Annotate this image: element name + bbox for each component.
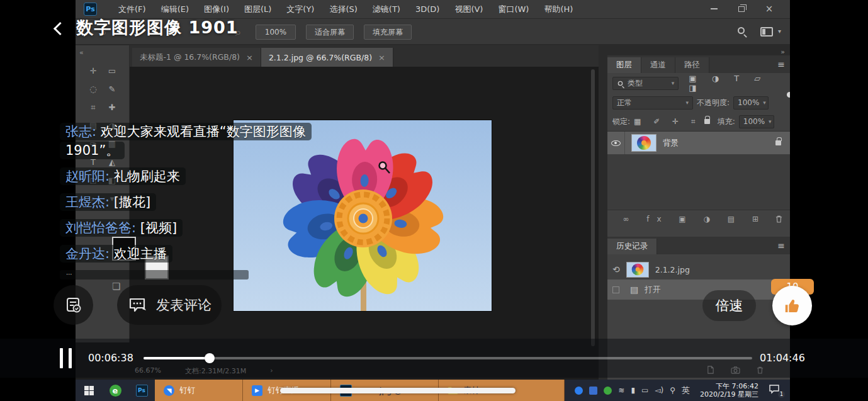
tab-212-jpg[interactable]: 2.1.2.jpg @ 66.7%(RGB/8) × (261, 48, 393, 67)
fill-select[interactable]: 100% ▾ (739, 115, 774, 128)
chat-text: 礼物刷起来 (114, 169, 180, 184)
chat-username[interactable]: 金丹达: (65, 246, 110, 261)
history-item-label: 打开 (645, 285, 660, 295)
chat-text: [撒花] (114, 195, 150, 210)
history-step-open[interactable]: ▤ 打开 (607, 280, 790, 300)
chat-text: 欢迎大家来观看直播“数字图形图像 1901”。 (65, 124, 306, 158)
dingtalk-live-icon: ▶ (252, 385, 262, 396)
history-brush-icon[interactable]: ⟲ (612, 264, 620, 274)
layers-panel: 图层 通道 路径 ≡ 类型 ▾ ▣ ◑ T ▱ ◨ 正常 ▾ 不透明度: (607, 55, 790, 239)
tray-phone-icon[interactable]: ▮ (631, 386, 635, 395)
layer-filter-type-icons[interactable]: ▣ ◑ T ▱ ◨ (689, 74, 785, 93)
tab-history[interactable]: 历史记录 (607, 239, 657, 254)
like-button[interactable] (772, 286, 812, 325)
chat-username[interactable]: 刘恺怡爸爸: (65, 220, 136, 235)
layer-visibility-toggle[interactable] (607, 132, 625, 154)
layer-lock-icon (775, 140, 781, 145)
fit-screen-button[interactable]: 适合屏幕 (306, 25, 354, 40)
tab-paths[interactable]: 路径 (675, 57, 709, 73)
search-icon[interactable] (738, 27, 745, 34)
notification-center-button[interactable]: 1 (769, 384, 784, 397)
panel-menu-icon[interactable]: ≡ (777, 59, 785, 69)
tab-layers[interactable]: 图层 (607, 57, 641, 73)
taskbar-browser-icon[interactable]: e (102, 380, 128, 401)
layer-filter-select[interactable]: 类型 ▾ (612, 77, 679, 90)
home-indicator[interactable] (280, 388, 516, 393)
windows-logo-icon (84, 386, 94, 395)
playback-speed-button[interactable]: 倍速 (702, 290, 756, 321)
fill-screen-button[interactable]: 填充屏幕 (364, 25, 412, 40)
workspace-chevron-icon[interactable]: ▾ (778, 28, 781, 35)
zoom-100-button[interactable]: 100% (256, 25, 296, 40)
layer-thumbnail[interactable] (631, 134, 657, 152)
notification-badge: 1 (778, 391, 785, 398)
taskbar-photoshop-icon[interactable]: Ps (128, 380, 155, 401)
tab-untitled-1[interactable]: 未标题-1 @ 16.7%(RGB/8) × (132, 48, 261, 67)
dingtalk-icon: ◥ (164, 385, 174, 396)
tray-input-language[interactable]: 英 (682, 385, 690, 396)
chat-username[interactable]: 张志: (65, 124, 96, 139)
document-icon: ▤ (630, 285, 638, 295)
layers-panel-action-icons[interactable]: ∞ fx ▣ ◑ ▤ ⊞ (623, 215, 766, 223)
tab-channels[interactable]: 通道 (641, 57, 675, 73)
blend-mode-select[interactable]: 正常 ▾ (612, 96, 693, 110)
toolbox-collapse-icon[interactable]: « (79, 48, 84, 57)
menu-help[interactable]: 帮助(H) (536, 0, 580, 19)
tray-shield-icon[interactable] (604, 387, 612, 395)
lock-option-icons[interactable]: ▦ ✐ ✛ ⌗ (634, 117, 701, 126)
opacity-select[interactable]: 100% ▾ (733, 96, 769, 110)
tab-close-icon[interactable]: × (246, 53, 253, 62)
photoshop-logo-icon: Ps (84, 3, 97, 16)
menu-view[interactable]: 视图(V) (447, 0, 490, 19)
back-button[interactable] (54, 22, 67, 35)
tray-dingtalk-icon[interactable] (575, 387, 583, 395)
canvas-scrollbar[interactable] (591, 69, 595, 346)
menu-type[interactable]: 文字(Y) (279, 0, 322, 19)
workspace-icon[interactable] (760, 27, 773, 37)
chat-message: 赵昕阳: 礼物刷起来 (60, 167, 186, 186)
menu-window[interactable]: 窗口(W) (490, 0, 536, 19)
history-item-label: 2.1.2.jpg (655, 265, 690, 274)
menu-filter[interactable]: 滤镜(T) (365, 0, 408, 19)
tab-close-icon[interactable]: × (378, 53, 385, 62)
history-checkbox[interactable] (612, 286, 619, 293)
chat-username[interactable]: 王煜杰: (65, 195, 110, 210)
post-comment-button[interactable]: 发表评论 (117, 285, 222, 325)
panel-menu-icon[interactable]: ≡ (777, 240, 785, 251)
comment-bubble-icon (128, 297, 149, 314)
filter-label: 类型 (628, 78, 643, 89)
lock-all-icon[interactable] (704, 119, 710, 124)
progress-fill (144, 357, 210, 359)
menu-3d[interactable]: 3D(D) (408, 0, 447, 19)
clock-date: 2020/2/19 星期三 (700, 390, 758, 398)
progress-bar[interactable] (144, 357, 752, 359)
tray-volume-icon[interactable]: ◅) (655, 386, 663, 395)
tray-battery-icon[interactable]: ▭ (641, 386, 648, 395)
taskbar-app-dingtalk[interactable]: ◥ 钉钉 (155, 380, 243, 401)
layer-row-background[interactable]: 背景 (607, 132, 790, 154)
delete-layer-icon[interactable] (775, 215, 782, 223)
taskbar-clock[interactable]: 下午 7:06:42 2020/2/19 星期三 (696, 382, 762, 398)
chat-message: 刘恺怡爸爸: [视频] (60, 218, 183, 237)
tray-wifi-icon[interactable]: ≋ (618, 386, 624, 395)
chevron-down-icon: ▾ (672, 80, 675, 86)
restore-button[interactable] (732, 2, 751, 16)
minimize-button[interactable] (704, 2, 723, 16)
progress-thumb[interactable] (205, 353, 215, 363)
pause-button[interactable] (60, 348, 79, 368)
layer-name[interactable]: 背景 (663, 138, 679, 149)
opacity-value: 100% (738, 98, 759, 107)
fill-label: 填充: (718, 116, 735, 127)
menu-select[interactable]: 选择(S) (322, 0, 364, 19)
thumbs-up-icon (783, 297, 802, 315)
clock-time: 下午 7:06:42 (700, 382, 758, 390)
menu-layer[interactable]: 图层(L) (237, 0, 279, 19)
comment-list-button[interactable] (54, 285, 93, 325)
close-button[interactable]: × (760, 2, 779, 16)
chat-username[interactable]: 赵昕阳: (65, 169, 110, 184)
tray-app-icon[interactable] (589, 387, 597, 395)
history-source-row[interactable]: ⟲ 2.1.2.jpg (607, 259, 790, 280)
chat-text: 欢迎主播 (114, 246, 167, 261)
start-button[interactable] (76, 380, 102, 401)
tray-link-icon[interactable]: ⚲ (670, 386, 675, 395)
